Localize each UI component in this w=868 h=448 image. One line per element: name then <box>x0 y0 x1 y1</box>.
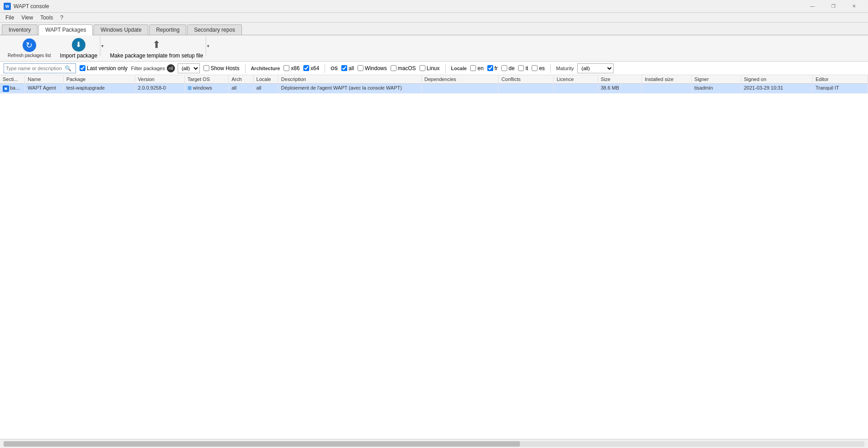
app-icon: W <box>4 3 11 10</box>
show-hosts-checkbox[interactable] <box>203 65 209 71</box>
col-header-locale[interactable]: Locale <box>254 75 278 84</box>
import-package-split[interactable]: ⬇ Import package ▾ <box>57 36 105 61</box>
import-package-button[interactable]: ⬇ Import package <box>57 36 100 61</box>
separator-2 <box>325 64 325 73</box>
locale-fr-checkbox[interactable] <box>487 65 493 71</box>
minimize-button[interactable]: — <box>802 0 823 13</box>
last-version-checkbox[interactable] <box>80 65 85 71</box>
os-linux-checkbox[interactable] <box>420 65 425 71</box>
close-button[interactable]: ✕ <box>844 0 864 13</box>
last-version-group: Last version only <box>80 65 127 71</box>
maturity-select[interactable]: (all) <box>577 63 613 73</box>
tab-wapt-packages[interactable]: WAPT Packages <box>38 24 93 35</box>
locale-es-group: es <box>532 65 545 71</box>
col-header-licence[interactable]: Licence <box>554 75 598 84</box>
col-header-conflicts[interactable]: Conflicts <box>499 75 554 84</box>
cell-target-os: ⊞ windows <box>184 84 228 94</box>
locale-es-checkbox[interactable] <box>532 65 538 71</box>
import-icon: ⬇ <box>72 38 85 52</box>
locale-it-checkbox[interactable] <box>518 65 524 71</box>
cell-editor: Tranquil IT <box>812 84 868 94</box>
arch-x86-label: x86 <box>291 65 299 71</box>
col-header-package[interactable]: Package <box>63 75 135 84</box>
col-header-name[interactable]: Name <box>25 75 63 84</box>
col-header-editor[interactable]: Editor <box>812 75 868 84</box>
filters-bar: 🔍 Last version only Filter packages All … <box>0 62 868 75</box>
cell-arch: all <box>229 84 254 94</box>
maximize-button[interactable]: ❐ <box>823 0 844 13</box>
col-header-signer[interactable]: Signer <box>691 75 741 84</box>
template-button[interactable]: ⬆ Make package template from setup file <box>107 36 206 61</box>
locale-en-checkbox[interactable] <box>470 65 476 71</box>
cell-package: test-waptupgrade <box>63 84 135 94</box>
menu-tools[interactable]: Tools <box>37 14 57 22</box>
import-dropdown-arrow[interactable]: ▾ <box>100 36 104 56</box>
template-dropdown-arrow[interactable]: ▾ <box>206 36 210 56</box>
locale-de-checkbox[interactable] <box>501 65 507 71</box>
tab-secondary-repos[interactable]: Secondary repos <box>187 24 242 35</box>
col-header-description[interactable]: Description <box>278 75 421 84</box>
filter-packages-label: Filter packages <box>131 66 165 71</box>
tab-inventory[interactable]: Inventory <box>2 24 38 35</box>
locale-es-label: es <box>539 65 545 71</box>
cell-version: 2.0.0.9258-0 <box>135 84 185 94</box>
tab-reporting[interactable]: Reporting <box>149 24 186 35</box>
cell-locale: all <box>254 84 278 94</box>
last-version-label: Last version only <box>87 65 127 71</box>
refresh-packages-button[interactable]: ↻ Refresh packages list <box>4 36 55 60</box>
windows-icon: ⊞ <box>188 85 192 91</box>
arch-x86-group: x86 <box>283 65 299 71</box>
locale-de-group: de <box>501 65 514 71</box>
template-split[interactable]: ⬆ Make package template from setup file … <box>107 36 211 61</box>
refresh-label: Refresh packages list <box>8 53 51 58</box>
separator-4 <box>550 64 551 73</box>
packages-table-container: Secti... Name Package Version Target OS … <box>0 75 868 439</box>
tab-windows-update[interactable]: Windows Update <box>94 24 148 35</box>
os-all-group: all <box>341 65 354 71</box>
locale-it-group: it <box>518 65 528 71</box>
locale-fr-label: fr <box>495 65 498 71</box>
separator-3 <box>445 64 446 73</box>
col-header-signed-on[interactable]: Signed on <box>741 75 812 84</box>
col-header-arch[interactable]: Arch <box>229 75 254 84</box>
menu-help[interactable]: ? <box>57 14 67 22</box>
cell-name: WAPT Agent <box>25 84 63 94</box>
separator-1 <box>245 64 245 73</box>
menubar: File View Tools ? <box>0 13 868 23</box>
table-body: ▣bas...eWAPT Agenttest-waptupgrade2.0.0.… <box>0 84 868 94</box>
search-box[interactable]: 🔍 <box>4 63 76 73</box>
col-header-installed-size[interactable]: Installed size <box>642 75 692 84</box>
search-icon: 🔍 <box>65 65 71 71</box>
locale-en-label: en <box>477 65 483 71</box>
filter-packages-select[interactable]: (all) <box>178 63 200 73</box>
locale-de-label: de <box>509 65 514 71</box>
scrollbar[interactable] <box>4 441 864 447</box>
tabs: Inventory WAPT Packages Windows Update R… <box>0 23 868 35</box>
all-icon: All <box>167 64 175 72</box>
arch-x64-checkbox[interactable] <box>303 65 309 71</box>
menu-view[interactable]: View <box>18 14 37 22</box>
os-macos-checkbox[interactable] <box>391 65 396 71</box>
arch-x86-checkbox[interactable] <box>283 65 289 71</box>
os-linux-label: Linux <box>427 65 440 71</box>
col-header-size[interactable]: Size <box>598 75 642 84</box>
os-windows-label: Windows <box>365 65 387 71</box>
os-windows-checkbox[interactable] <box>358 65 363 71</box>
menu-file[interactable]: File <box>2 14 18 22</box>
cell-section: ▣bas...e <box>0 84 25 94</box>
os-macos-label: macOS <box>398 65 416 71</box>
os-macos-group: macOS <box>391 65 416 71</box>
titlebar-controls: — ❐ ✕ <box>802 0 864 13</box>
search-input[interactable] <box>6 66 65 71</box>
col-header-target-os[interactable]: Target OS <box>184 75 228 84</box>
cell-signed-on: 2021-03-29 10:31 <box>741 84 812 94</box>
os-all-label: all <box>349 65 354 71</box>
arch-x64-label: x64 <box>311 65 319 71</box>
col-header-section[interactable]: Secti... <box>0 75 25 84</box>
col-header-dependencies[interactable]: Dependencies <box>421 75 499 84</box>
section-pkg-icon: ▣ <box>3 86 9 92</box>
toolbar: ↻ Refresh packages list ⬇ Import package… <box>0 35 868 62</box>
table-row[interactable]: ▣bas...eWAPT Agenttest-waptupgrade2.0.0.… <box>0 84 868 94</box>
os-all-checkbox[interactable] <box>341 65 347 71</box>
col-header-version[interactable]: Version <box>135 75 185 84</box>
